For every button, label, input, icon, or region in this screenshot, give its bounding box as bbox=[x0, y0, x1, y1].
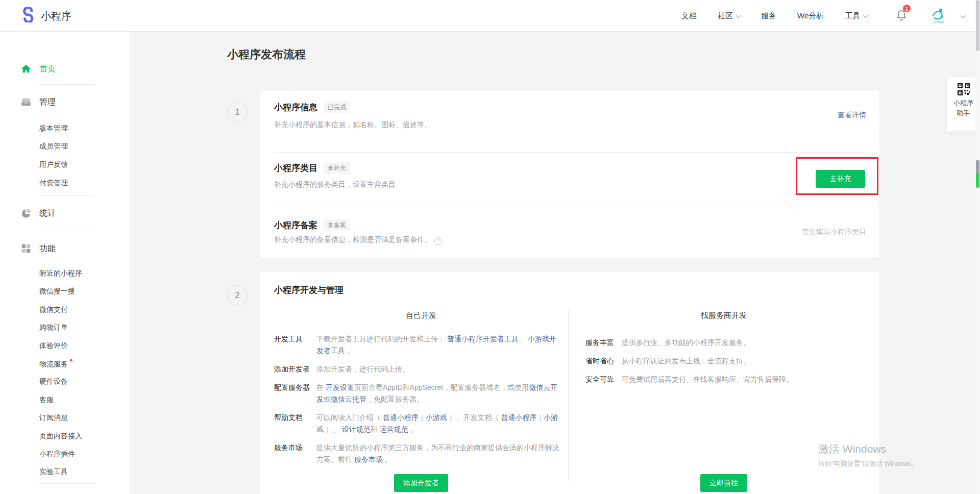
add-developer-button[interactable]: 添加开发者 bbox=[394, 474, 448, 492]
vendor-dev-rows: 服务丰富 提供多行业、多功能的小程序开发服务。 省时省心 从小程序认证到发布上线… bbox=[585, 337, 871, 392]
inline-link[interactable]: 普通小程序 bbox=[383, 413, 419, 422]
dev-row-configure-server: 配置服务器 在 开发设置页面查看AppID和AppSecret，配置服务器域名，… bbox=[274, 382, 560, 405]
page-title: 小程序发布流程 bbox=[227, 47, 306, 62]
sidebar-item-wechat-pay[interactable]: 微信支付 bbox=[39, 305, 68, 314]
development-card: 小程序开发与管理 自己开发 找服务商开发 开发工具 下载开发者工具进行代码的开发… bbox=[260, 272, 879, 494]
scroll-indicator-gray bbox=[976, 160, 979, 174]
status-badge-not-filed: 未备案 bbox=[324, 219, 350, 231]
scrollbar-track[interactable] bbox=[975, 0, 980, 494]
features-icon bbox=[20, 243, 32, 254]
sidebar-item-statistics[interactable]: 统计 bbox=[39, 208, 56, 219]
sidebar-item-features[interactable]: 功能 bbox=[39, 243, 56, 254]
row-divider bbox=[274, 152, 866, 153]
sidebar-divider bbox=[39, 230, 94, 230]
topbar: 小程序 文档 社区 服务 We分析 工具 1 kychakr bbox=[0, 0, 980, 32]
inline-link[interactable]: 普通小程序 bbox=[501, 413, 536, 422]
chevron-down-icon bbox=[863, 13, 868, 18]
home-icon bbox=[20, 63, 32, 75]
logo-text: 小程序 bbox=[41, 9, 71, 23]
chevron-down-icon bbox=[736, 13, 741, 18]
sidebar-item-wechat-search[interactable]: 微信搜一搜 bbox=[39, 287, 75, 296]
inline-link[interactable]: 设计规范 bbox=[342, 425, 371, 433]
scroll-indicator-green bbox=[976, 174, 979, 188]
sidebar-item-page-content-access[interactable]: 页面内容接入 bbox=[39, 432, 82, 441]
sidebar-item-customer-service[interactable]: 客服 bbox=[39, 396, 54, 405]
sidebar-item-experimental-tools[interactable]: 实验工具 bbox=[39, 467, 68, 477]
vendor-dev-header: 找服务商开发 bbox=[568, 311, 879, 320]
inline-link[interactable]: 运营规范 bbox=[380, 425, 408, 433]
go-now-button[interactable]: 立即前往 bbox=[700, 474, 747, 492]
inline-link[interactable]: 普通小程序开发者工具 bbox=[447, 335, 519, 343]
app-root: 小程序 文档 社区 服务 We分析 工具 1 kychakr bbox=[0, 0, 980, 494]
development-card-title: 小程序开发与管理 bbox=[274, 284, 344, 296]
row-divider bbox=[274, 203, 866, 203]
sidebar-item-user-feedback[interactable]: 用户反馈 bbox=[39, 160, 68, 169]
sidebar-divider bbox=[39, 84, 94, 85]
sidebar: 首页 管理 版本管理 成员管理 用户反馈 付费管理 统计 bbox=[0, 32, 130, 494]
column-divider bbox=[568, 309, 569, 481]
sidebar-item-nearby-miniprograms[interactable]: 附近的小程序 bbox=[39, 269, 82, 278]
row-desc-miniprogram-filing: 补充小程序的备案信息，检测是否满足备案条件。? bbox=[274, 235, 442, 245]
account-chevron-down-icon[interactable] bbox=[961, 13, 966, 18]
sidebar-item-shopping-orders[interactable]: 购物订单 bbox=[39, 323, 68, 332]
avatar[interactable]: kychakr bbox=[929, 7, 948, 26]
status-badge-completed: 已完成 bbox=[324, 102, 350, 113]
nav-services[interactable]: 服务 bbox=[761, 11, 776, 21]
new-dot bbox=[70, 359, 72, 362]
inline-link[interactable]: 微信云托管 bbox=[331, 395, 366, 403]
dev-row-add-developer: 添加开发者 添加开发者，进行代码上传。 bbox=[274, 363, 560, 375]
sidebar-item-miniprogram-plugins[interactable]: 小程序插件 bbox=[39, 450, 75, 459]
sidebar-item-management[interactable]: 管理 bbox=[39, 97, 56, 108]
bell-icon bbox=[895, 14, 908, 23]
self-dev-rows: 开发工具 下载开发者工具进行代码的开发和上传： 普通小程序开发者工具、 小游戏开… bbox=[274, 333, 560, 472]
dev-row-tools: 开发工具 下载开发者工具进行代码的开发和上传： 普通小程序开发者工具、 小游戏开… bbox=[274, 333, 560, 357]
miniprogram-logo-icon bbox=[20, 7, 36, 24]
avatar-caption: kychakr bbox=[930, 20, 947, 23]
vendor-row-safe-reliable: 安全可靠 可免费试用后再支付、在线客服响应、官方售后保障。 bbox=[585, 374, 871, 385]
scrollbar-thumb[interactable] bbox=[976, 0, 979, 51]
avatar-art bbox=[929, 7, 948, 20]
row-desc-miniprogram-category: 补充小程序的服务类目，设置主营类目 bbox=[274, 180, 396, 189]
app-logo[interactable]: 小程序 bbox=[20, 7, 71, 24]
notification-bell[interactable]: 1 bbox=[895, 8, 910, 23]
vendor-row-time-saving: 省时省心 从小程序认证到发布上线，全流程支持。 bbox=[585, 355, 871, 367]
nav-docs[interactable]: 文档 bbox=[681, 11, 697, 21]
statistics-icon bbox=[20, 208, 32, 219]
go-fill-category-button[interactable]: 去补充 bbox=[816, 170, 865, 188]
self-dev-action: 添加开发者 bbox=[274, 474, 568, 492]
vendor-row-rich-services: 服务丰富 提供多行业、多功能的小程序开发服务。 bbox=[585, 337, 871, 349]
status-badge-not-filled: 未补充 bbox=[324, 162, 350, 174]
nav-tools[interactable]: 工具 bbox=[845, 11, 867, 21]
top-nav: 文档 社区 服务 We分析 工具 bbox=[681, 0, 867, 32]
sidebar-item-subscription-messages[interactable]: 订阅消息 bbox=[39, 413, 68, 423]
sidebar-divider bbox=[39, 195, 94, 196]
inline-link[interactable]: 开发设置 bbox=[326, 383, 354, 391]
sidebar-item-logistics-service[interactable]: 物流服务 bbox=[39, 359, 72, 369]
inline-link[interactable]: 小游戏 bbox=[426, 413, 447, 422]
filing-prerequisite-note: 需先填写小程序类目 bbox=[802, 228, 866, 237]
sidebar-item-payment-management[interactable]: 付费管理 bbox=[39, 179, 68, 188]
dev-row-service-market: 服务市场 提供大量优质的小程序第三方服务，为不同行业的商家提供合适的小程序解决方… bbox=[274, 442, 560, 465]
self-dev-header: 自己开发 bbox=[274, 311, 568, 320]
help-icon[interactable]: ? bbox=[434, 237, 442, 245]
notification-badge: 1 bbox=[902, 4, 911, 13]
view-details-link[interactable]: 查看详情 bbox=[838, 111, 866, 120]
sidebar-item-version-management[interactable]: 版本管理 bbox=[39, 124, 68, 133]
step-1-number: 1 bbox=[227, 102, 248, 122]
sidebar-item-home[interactable]: 首页 bbox=[39, 64, 56, 75]
row-title-miniprogram-filing: 小程序备案未备案 bbox=[274, 219, 350, 231]
row-title-miniprogram-category: 小程序类目未补充 bbox=[274, 162, 350, 174]
panel-divider bbox=[951, 130, 976, 131]
inline-link[interactable]: 服务市场 bbox=[354, 455, 383, 463]
sidebar-item-experience-rating[interactable]: 体验评价 bbox=[39, 341, 68, 351]
dev-row-help-docs: 帮助文档 可以阅读入门介绍（ 普通小程序｜小游戏 ）、开发文档（ 普通小程序｜小… bbox=[274, 412, 560, 435]
publish-steps-card: 小程序信息已完成 补充小程序的基本信息，如名称、图标、描述等。 查看详情 小程序… bbox=[260, 91, 879, 258]
row-desc-miniprogram-info: 补充小程序的基本信息，如名称、图标、描述等。 bbox=[274, 120, 431, 130]
sidebar-divider bbox=[39, 483, 94, 484]
sidebar-item-member-management[interactable]: 成员管理 bbox=[39, 142, 68, 151]
management-icon bbox=[20, 96, 32, 108]
nav-we-analytics[interactable]: We分析 bbox=[797, 11, 824, 21]
sidebar-item-hardware-devices[interactable]: 硬件设备 bbox=[39, 377, 68, 386]
nav-community[interactable]: 社区 bbox=[718, 11, 740, 21]
scroll-progress-indicator[interactable] bbox=[976, 160, 979, 188]
